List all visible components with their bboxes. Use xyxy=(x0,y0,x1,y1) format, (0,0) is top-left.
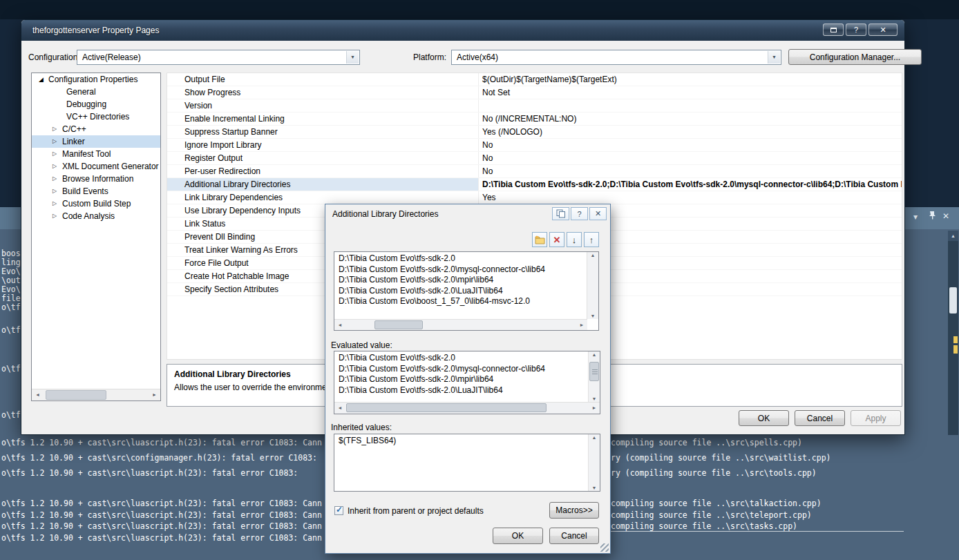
scroll-down-icon[interactable]: ▼ xyxy=(589,485,600,490)
property-row[interactable]: Per-user RedirectionNo xyxy=(167,165,902,178)
vertical-scrollbar[interactable]: ▲ ▼ xyxy=(588,434,600,491)
property-value[interactable]: Yes xyxy=(478,191,902,204)
scroll-down-icon[interactable]: ▼ xyxy=(589,396,600,401)
scroll-up-icon[interactable]: ▲ xyxy=(587,253,598,258)
configuration-select[interactable]: Active(Release) ▼ xyxy=(77,50,360,65)
scroll-up-icon[interactable]: ▲ xyxy=(589,352,600,357)
path-item[interactable]: D:\Tibia Custom Evo\tfs-sdk-2.0\mpir\lib… xyxy=(339,275,582,286)
property-value[interactable]: D:\Tibia Custom Evo\tfs-sdk-2.0;D:\Tibia… xyxy=(478,178,902,191)
cancel-button[interactable]: Cancel xyxy=(795,410,845,426)
scrollbar-thumb[interactable] xyxy=(374,320,423,329)
tree-collapsed-icon[interactable]: ▷ xyxy=(53,210,62,222)
chevron-down-icon[interactable]: ▼ xyxy=(346,51,359,64)
tree-collapsed-icon[interactable]: ▷ xyxy=(53,185,62,197)
property-value[interactable] xyxy=(478,99,902,112)
tree-collapsed-icon[interactable]: ▷ xyxy=(53,123,62,135)
copy-button[interactable] xyxy=(552,207,569,220)
horizontal-scrollbar[interactable]: ◄ ► xyxy=(334,402,600,414)
tree-item-debugging[interactable]: Debugging xyxy=(32,98,160,110)
path-item[interactable]: D:\Tibia Custom Evo\tfs-sdk-2.0\mpir\lib… xyxy=(339,374,584,385)
property-value[interactable]: No xyxy=(478,165,902,177)
path-item[interactable]: D:\Tibia Custom Evo\tfs-sdk-2.0\LuaJIT\l… xyxy=(339,286,582,297)
property-value[interactable]: No xyxy=(478,152,902,164)
modal-ok-button[interactable]: OK xyxy=(493,528,543,544)
scroll-up-icon[interactable]: ▲ xyxy=(948,231,958,241)
property-row[interactable]: Version xyxy=(167,99,902,113)
modal-cancel-button[interactable]: Cancel xyxy=(549,528,599,544)
modal-close-button[interactable]: ✕ xyxy=(589,207,607,220)
property-row[interactable]: Register OutputNo xyxy=(167,152,902,165)
property-value[interactable]: No (/INCREMENTAL:NO) xyxy=(478,113,902,125)
tree-item-manifest-tool[interactable]: ▷Manifest Tool xyxy=(32,148,160,160)
close-pane-icon[interactable]: ✕ xyxy=(942,211,949,221)
tree-collapsed-icon[interactable]: ▷ xyxy=(53,173,62,185)
scroll-left-icon[interactable]: ◄ xyxy=(334,320,345,330)
tree-item-c-cpp[interactable]: ▷C/C++ xyxy=(32,123,160,135)
inherit-checkbox[interactable]: ✓ xyxy=(334,506,343,515)
scroll-up-icon[interactable]: ▲ xyxy=(589,435,600,440)
scrollbar-thumb[interactable] xyxy=(589,362,599,381)
resize-grip[interactable] xyxy=(600,543,609,552)
scroll-right-icon[interactable]: ► xyxy=(149,389,160,400)
inherited-values-list[interactable]: $(TFS_LIBS64) ▲ ▼ xyxy=(334,434,600,492)
apply-button[interactable]: Apply xyxy=(851,410,901,426)
path-item[interactable]: D:\Tibia Custom Evo\tfs-sdk-2.0\mysql-co… xyxy=(339,264,582,276)
pin-icon[interactable] xyxy=(929,211,936,222)
path-item[interactable]: $(TFS_LIBS64) xyxy=(339,436,584,447)
path-item[interactable]: D:\Tibia Custom Evo\tfs-sdk-2.0 xyxy=(339,253,582,264)
property-row-additional-library-directories[interactable]: Additional Library DirectoriesD:\Tibia C… xyxy=(167,178,902,191)
tree-item-vc-directories[interactable]: VC++ Directories xyxy=(32,110,160,123)
path-item[interactable]: D:\Tibia Custom Evo\tfs-sdk-2.0 xyxy=(339,353,584,364)
scroll-left-icon[interactable]: ◄ xyxy=(32,389,44,400)
property-row[interactable]: Link Library DependenciesYes xyxy=(167,191,902,204)
tree-horizontal-scrollbar[interactable]: ◄ ► xyxy=(32,389,160,400)
tree-item-custom-build-step[interactable]: ▷Custom Build Step xyxy=(32,197,160,210)
property-row[interactable]: Ignore Import LibraryNo xyxy=(167,139,902,152)
ok-button[interactable]: OK xyxy=(739,410,789,426)
platform-select[interactable]: Active(x64) ▼ xyxy=(451,50,781,65)
property-value[interactable]: $(OutDir)$(TargetName)$(TargetExt) xyxy=(478,73,902,86)
scroll-right-icon[interactable]: ► xyxy=(576,320,587,330)
window-button[interactable] xyxy=(823,23,844,36)
window-menu-chevron-icon[interactable]: ▾ xyxy=(913,212,918,222)
vertical-scrollbar[interactable]: ▲ ▼ xyxy=(588,351,600,402)
scrollbar-thumb[interactable] xyxy=(46,390,106,400)
scroll-left-icon[interactable]: ◄ xyxy=(334,403,345,413)
dialog-titlebar[interactable]: theforgottenserver Property Pages ? ✕ xyxy=(21,20,904,41)
path-item[interactable]: D:\Tibia Custom Evo\tfs-sdk-2.0\LuaJIT\l… xyxy=(339,385,584,396)
tree-item-configuration-properties[interactable]: ◢Configuration Properties xyxy=(32,73,160,86)
property-value[interactable]: No xyxy=(478,139,902,151)
tree-item-xml-document-generator[interactable]: ▷XML Document Generator xyxy=(32,160,160,173)
path-item[interactable]: D:\Tibia Custom Evo\boost_1_57_0\lib64-m… xyxy=(339,296,582,307)
delete-line-button[interactable]: ✕ xyxy=(549,232,564,247)
tree-item-code-analysis[interactable]: ▷Code Analysis xyxy=(32,210,160,222)
property-value[interactable]: Not Set xyxy=(478,86,902,99)
chevron-down-icon[interactable]: ▼ xyxy=(768,51,780,64)
path-item[interactable]: D:\Tibia Custom Evo\tfs-sdk-2.0\mysql-co… xyxy=(339,364,584,375)
evaluated-value-list[interactable]: D:\Tibia Custom Evo\tfs-sdk-2.0 D:\Tibia… xyxy=(334,351,600,414)
new-line-button[interactable] xyxy=(532,232,547,247)
directories-list[interactable]: D:\Tibia Custom Evo\tfs-sdk-2.0 D:\Tibia… xyxy=(334,251,599,331)
tree-item-browse-information[interactable]: ▷Browse Information xyxy=(32,173,160,185)
horizontal-scrollbar[interactable]: ◄ ► xyxy=(334,319,587,330)
property-row[interactable]: Enable Incremental LinkingNo (/INCREMENT… xyxy=(167,113,902,126)
move-up-button[interactable]: ↑ xyxy=(584,232,599,247)
close-button[interactable]: ✕ xyxy=(868,23,898,36)
move-down-button[interactable]: ↓ xyxy=(567,232,582,247)
property-row[interactable]: Output File$(OutDir)$(TargetName)$(Targe… xyxy=(167,73,902,86)
modal-help-button[interactable]: ? xyxy=(571,207,588,220)
help-button[interactable]: ? xyxy=(846,23,866,36)
tree-collapsed-icon[interactable]: ▷ xyxy=(53,135,62,148)
scroll-down-icon[interactable]: ▼ xyxy=(587,313,598,318)
configuration-manager-button[interactable]: Configuration Manager... xyxy=(788,49,922,65)
tree-collapsed-icon[interactable]: ▷ xyxy=(53,148,62,160)
vertical-scrollbar[interactable]: ▲ ▼ xyxy=(587,252,598,319)
editor-vertical-scrollbar[interactable]: ▲ xyxy=(948,231,958,435)
macros-button[interactable]: Macros>> xyxy=(549,502,599,519)
tree-collapsed-icon[interactable]: ▷ xyxy=(53,197,62,210)
tree-collapsed-icon[interactable]: ▷ xyxy=(53,160,62,173)
tree-item-linker[interactable]: ▷Linker xyxy=(32,135,160,148)
tree-item-general[interactable]: General xyxy=(32,86,160,98)
scrollbar-thumb[interactable] xyxy=(949,287,957,313)
scroll-right-icon[interactable]: ► xyxy=(589,403,600,413)
